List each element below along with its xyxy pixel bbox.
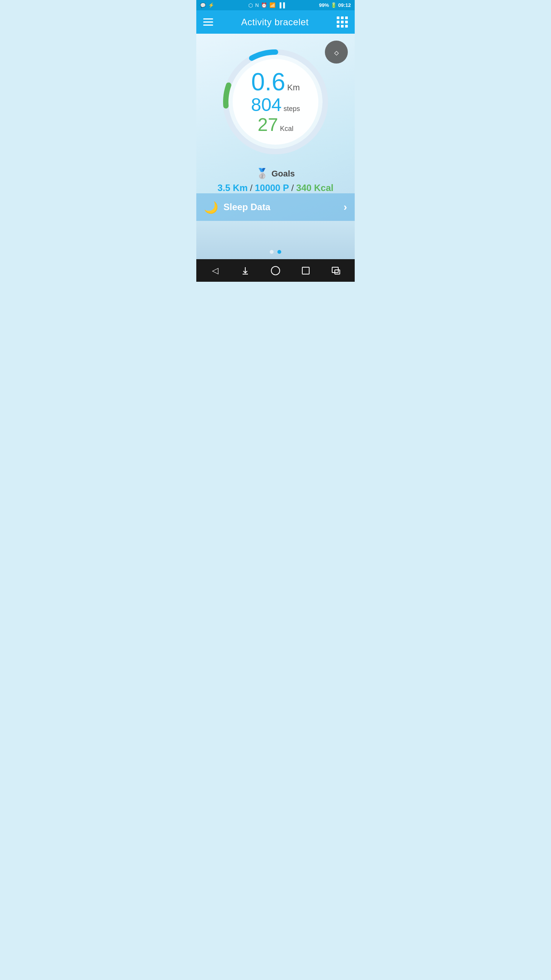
back-button[interactable]: ◁: [205, 262, 225, 279]
sleep-data-button[interactable]: 🌙 Sleep Data ›: [196, 193, 355, 221]
goals-sep-1: /: [250, 183, 253, 193]
medal-icon: 🥈: [256, 168, 268, 180]
distance-value: 0.6: [251, 70, 285, 94]
chevron-right-icon: ›: [344, 201, 347, 213]
status-right: 99% 🔋 09:12: [319, 2, 351, 8]
steps-value: 804: [251, 96, 282, 114]
nfc-icon: N: [255, 2, 259, 8]
kcal-unit: Kcal: [280, 125, 293, 133]
goals-title-row: 🥈 Goals: [256, 168, 295, 180]
goals-sep-2: /: [291, 183, 294, 193]
cast-button[interactable]: [326, 262, 346, 279]
lower-area: [196, 221, 355, 259]
moon-icon: 🌙: [204, 201, 218, 214]
kcal-display: 27 Kcal: [258, 116, 293, 134]
svg-rect-9: [335, 270, 340, 274]
chat-icon: 💬: [200, 3, 206, 8]
down-button[interactable]: [236, 262, 255, 279]
recents-icon: [302, 266, 310, 275]
sleep-left: 🌙 Sleep Data: [204, 201, 271, 214]
steps-display: 804 steps: [251, 96, 300, 114]
distance-display: 0.6 Km: [251, 70, 300, 94]
cast-icon: [331, 266, 341, 275]
bluetooth-status-icon: ⬡: [248, 2, 253, 8]
grid-menu-button[interactable]: [337, 16, 348, 28]
page-dot-2: [277, 250, 281, 254]
signal-icon: ▐▐: [278, 2, 285, 8]
kcal-value: 27: [258, 116, 278, 134]
goals-kcal: 340 Kcal: [296, 183, 333, 193]
activity-gauge: 0.6 Km 804 steps 27 Kcal: [218, 44, 333, 159]
status-left-icons: 💬 ⚡: [200, 2, 214, 8]
home-button[interactable]: [266, 262, 285, 279]
bluetooth-icon: ⬦: [333, 47, 340, 57]
battery-icon: 🔋: [331, 2, 337, 8]
status-bar: 💬 ⚡ ⬡ N ⏰ 📶 ▐▐ 99% 🔋 09:12: [196, 0, 355, 10]
time-display: 09:12: [338, 2, 351, 8]
status-center-icons: ⬡ N ⏰ 📶 ▐▐: [248, 2, 285, 8]
svg-rect-7: [302, 267, 309, 274]
navigation-bar: ◁: [196, 259, 355, 282]
goals-steps: 10000 P: [255, 183, 289, 193]
page-title: Activity bracelet: [241, 17, 309, 28]
home-icon: [271, 266, 280, 276]
sleep-label: Sleep Data: [223, 202, 271, 212]
distance-unit: Km: [287, 83, 300, 93]
bluetooth-button[interactable]: ⬦: [325, 41, 348, 64]
usb-icon: ⚡: [208, 2, 214, 8]
down-icon: [241, 266, 250, 275]
battery-percent: 99%: [319, 2, 329, 8]
main-content: ⬦ 0.6 Km 804 steps: [196, 34, 355, 259]
gauge-inner-data: 0.6 Km 804 steps 27 Kcal: [251, 70, 300, 134]
steps-unit: steps: [284, 105, 300, 113]
goals-label: Goals: [271, 169, 295, 179]
menu-button[interactable]: [203, 18, 213, 26]
page-dot-1: [270, 250, 274, 254]
recents-button[interactable]: [296, 262, 315, 279]
goals-values: 3.5 Km / 10000 P / 340 Kcal: [218, 183, 334, 193]
wifi-icon: 📶: [269, 2, 276, 8]
goals-section: 🥈 Goals 3.5 Km / 10000 P / 340 Kcal: [218, 168, 334, 193]
svg-point-6: [271, 266, 280, 275]
page-indicator: [270, 250, 281, 254]
alarm-icon: ⏰: [261, 2, 267, 8]
goals-distance: 3.5 Km: [218, 183, 248, 193]
top-bar: Activity bracelet: [196, 10, 355, 34]
back-icon: ◁: [212, 266, 218, 276]
